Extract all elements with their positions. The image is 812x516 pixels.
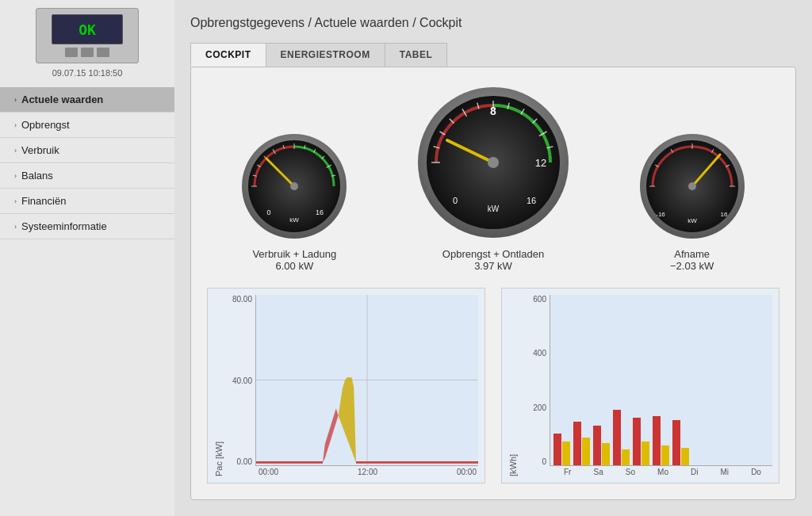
line-chart-y-label: Pac [kW] — [214, 295, 224, 476]
device-icons — [65, 48, 109, 57]
svg-point-53 — [688, 182, 696, 190]
device-icon-2 — [81, 48, 94, 57]
bar-x-di: Di — [691, 468, 698, 476]
bar-do-yellow — [681, 448, 689, 465]
bar-group-mi — [653, 416, 669, 465]
bar-mi-yellow — [661, 445, 669, 465]
chevron-icon: › — [14, 96, 17, 104]
main-content: Opbrengstgegevens / Actuele waarden / Co… — [174, 0, 812, 516]
svg-text:0: 0 — [453, 196, 458, 205]
bar-do-red — [672, 420, 680, 465]
svg-text:12: 12 — [535, 157, 546, 169]
chevron-icon: › — [14, 197, 17, 205]
bar-mo-yellow — [622, 449, 630, 465]
sidebar-item-label: Opbrengst — [21, 119, 70, 131]
bar-di-yellow — [642, 441, 649, 465]
gauge-afname-svg: -16 16 kW — [637, 131, 748, 242]
x-label-1: 12:00 — [358, 468, 377, 476]
device-timestamp: 09.07.15 10:18:50 — [52, 68, 123, 78]
line-chart-title-area: Pac [kW] 80.00 40.00 0.00 — [214, 295, 478, 476]
bar-so-red — [593, 426, 601, 465]
bar-y-tick-low: 200 — [533, 403, 546, 412]
gauge-verbruik: 0 16 kW Verbruik + Ladung 6.00 kW — [239, 131, 350, 272]
bar-group-sa — [573, 422, 590, 465]
bar-chart-plot — [550, 295, 772, 466]
svg-text:16: 16 — [316, 208, 324, 216]
content-panel: 0 16 kW Verbruik + Ladung 6.00 kW — [190, 67, 796, 500]
chevron-icon: › — [14, 121, 17, 129]
bar-x-mi: Mi — [721, 468, 730, 476]
bar-mi-red — [653, 416, 661, 465]
bar-chart-title-area: [kWh] 600 400 200 0 — [508, 295, 772, 476]
gauge-opbrengst-svg: 8 12 0 16 kW — [414, 83, 573, 242]
sidebar: OK 09.07.15 10:18:50 ›Actuele waarden›Op… — [0, 0, 174, 516]
bar-fr-red — [553, 434, 561, 465]
sidebar-item-label: Systeeminformatie — [21, 220, 107, 232]
svg-text:16: 16 — [527, 196, 536, 205]
bar-group-do — [672, 420, 689, 465]
svg-text:0: 0 — [267, 208, 271, 216]
y-tick-max: 80.00 — [232, 295, 252, 304]
gauge-opbrengst: 8 12 0 16 kW Opbrengst + Ontladen 3.97 k… — [414, 83, 573, 272]
svg-text:kW: kW — [688, 217, 697, 224]
chevron-icon: › — [14, 172, 17, 180]
svg-point-18 — [290, 182, 298, 190]
bar-x-do: Do — [751, 468, 761, 476]
bar-group-so — [593, 426, 610, 465]
tab-bar: COCKPITENERGIESTROOMTABEL — [190, 43, 796, 67]
sidebar-item-label: Actuele waarden — [21, 94, 103, 105]
x-label-2: 00:00 — [457, 468, 477, 476]
sidebar-item-financiën[interactable]: ›Financiën — [0, 189, 174, 214]
svg-text:-16: -16 — [656, 211, 665, 218]
bar-y-tick-mid: 400 — [533, 349, 546, 357]
bar-x-sa: Sa — [594, 468, 603, 476]
sidebar-item-balans[interactable]: ›Balans — [0, 163, 174, 189]
sidebar-item-opbrengst[interactable]: ›Opbrengst — [0, 113, 174, 138]
bar-sa-red — [573, 422, 581, 465]
gauge-opbrengst-label: Opbrengst + Ontladen — [442, 248, 544, 260]
line-chart-x-labels: 00:00 12:00 00:00 — [227, 468, 478, 476]
sidebar-item-systeeminformatie[interactable]: ›Systeeminformatie — [0, 214, 174, 239]
bar-di-red — [633, 418, 641, 465]
svg-text:8: 8 — [490, 105, 496, 117]
device-icon-1 — [65, 48, 78, 57]
tab-cockpit[interactable]: COCKPIT — [190, 43, 266, 67]
line-chart-svg — [256, 295, 478, 465]
bar-group-di — [633, 418, 649, 465]
svg-text:kW: kW — [290, 216, 300, 224]
device-status-text: OK — [79, 21, 96, 38]
y-tick-min: 0.00 — [237, 457, 252, 466]
bar-chart-y-label: [kWh] — [508, 295, 518, 476]
chevron-icon: › — [14, 223, 17, 231]
gauge-opbrengst-value: 3.97 kW — [474, 260, 512, 272]
gauge-verbruik-label: Verbruik + Ladung — [252, 248, 336, 260]
bar-y-tick-max: 600 — [533, 295, 546, 304]
y-tick-mid: 40.00 — [232, 376, 252, 385]
bar-chart-x-labels: Fr Sa So Mo Di Mi Do — [521, 468, 772, 476]
sidebar-item-label: Financiën — [21, 195, 66, 207]
gauge-afname-value: −2.03 kW — [670, 260, 714, 272]
tab-energiestroom[interactable]: ENERGIESTROOM — [266, 43, 385, 67]
sidebar-item-verbruik[interactable]: ›Verbruik — [0, 138, 174, 163]
bar-x-fr: Fr — [564, 468, 571, 476]
x-label-0: 00:00 — [259, 468, 278, 476]
bar-fr-yellow — [562, 441, 570, 465]
device-display-box: OK — [36, 8, 139, 63]
bar-so-yellow — [602, 443, 610, 465]
svg-text:16: 16 — [720, 211, 727, 218]
bar-group-mo — [613, 410, 630, 465]
sidebar-item-label: Verbruik — [21, 144, 59, 156]
tab-tabel[interactable]: TABEL — [385, 43, 448, 67]
svg-text:kW: kW — [488, 204, 500, 213]
bar-x-so: So — [626, 468, 635, 476]
sidebar-item-actuele-waarden[interactable]: ›Actuele waarden — [0, 87, 174, 113]
breadcrumb: Opbrengstgegevens / Actuele waarden / Co… — [190, 16, 796, 30]
gauge-afname-label: Afname — [674, 248, 710, 260]
line-chart-inner: 80.00 40.00 0.00 — [227, 295, 478, 476]
gauge-afname: -16 16 kW Afname −2.03 kW — [637, 131, 748, 272]
device-screen: OK — [52, 14, 123, 44]
bar-y-tick-min: 0 — [542, 457, 546, 466]
line-chart-container: Pac [kW] 80.00 40.00 0.00 — [207, 288, 485, 484]
sidebar-item-label: Balans — [21, 170, 53, 182]
charts-row: Pac [kW] 80.00 40.00 0.00 — [207, 288, 779, 484]
